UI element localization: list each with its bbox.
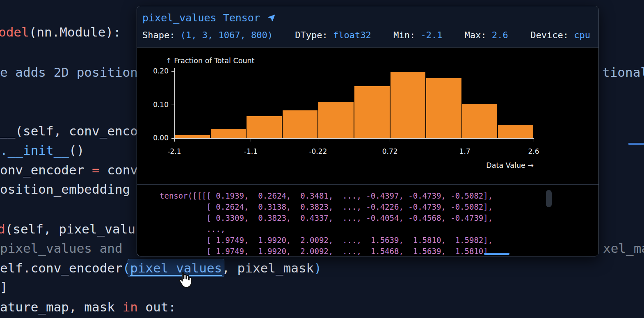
code-token: tional xyxy=(602,65,644,80)
x-tick-label: -0.22 xyxy=(299,147,336,156)
x-tick xyxy=(534,138,534,142)
code-token: conv xyxy=(100,162,138,177)
code-token: ature_map, mask xyxy=(0,300,123,314)
tensor-inspector-popup: pixel_values Tensor Shape: (1, 3, 1067, … xyxy=(137,6,599,256)
x-tick-label: 2.6 xyxy=(515,147,552,156)
code-token: pixel_values and xyxy=(0,241,123,256)
code-line-init-def: __(self, conv_enco xyxy=(0,124,138,138)
meta-max-label: Max: xyxy=(465,30,492,40)
x-tick xyxy=(251,138,251,142)
histogram-bar xyxy=(247,116,282,138)
code-line-comment: pixel_values and xyxy=(0,241,123,256)
code-token: () xyxy=(69,143,84,158)
y-tick xyxy=(171,71,174,72)
histogram-bar xyxy=(498,125,533,138)
histogram-bar xyxy=(391,72,426,138)
scrollbar-marker xyxy=(628,143,644,145)
code-token: .__init__ xyxy=(0,143,69,158)
tensor-output-line: ..., xyxy=(160,224,598,235)
histogram-bar xyxy=(426,78,461,138)
tensor-type-badge: Tensor xyxy=(223,12,260,24)
histogram-bar xyxy=(318,102,354,138)
code-line-position-embedding: osition_embedding xyxy=(0,182,130,197)
code-token: osition_embedding xyxy=(0,182,130,197)
histogram-bar xyxy=(283,110,318,138)
meta-dtype: DType: float32 xyxy=(295,30,371,40)
code-line-class-def: odel(nn.Module): xyxy=(0,25,121,39)
meta-dtype-label: DType: xyxy=(295,30,333,40)
code-line-docstring: e adds 2D position xyxy=(0,65,138,80)
x-axis-line xyxy=(174,138,534,139)
histogram-bar xyxy=(354,86,390,138)
x-tick-label: 1.7 xyxy=(446,147,483,156)
x-tick-label: -1.1 xyxy=(232,147,269,156)
y-tick-label: 0.10 xyxy=(145,101,169,109)
code-token: __(self, conv_enco xyxy=(0,124,138,138)
tensor-output-line: tensor([[[[ 0.1939, 0.2624, 0.3481, ...,… xyxy=(160,190,598,201)
tensor-output-line: [ 1.9749, 1.9920, 2.0092, ..., 1.5468, 1… xyxy=(160,246,598,256)
meta-shape-value: (1, 3, 1067, 800) xyxy=(180,30,273,40)
code-token: (nn.Module): xyxy=(29,25,121,39)
vertical-scrollbar-thumb[interactable] xyxy=(546,190,552,207)
histogram-bar xyxy=(462,104,498,138)
code-token: onv_encoder xyxy=(0,162,92,177)
code-token: ) xyxy=(314,261,322,275)
x-tick xyxy=(318,138,318,142)
meta-max: Max: 2.6 xyxy=(465,30,508,40)
tensor-output-line: [ 1.9749, 1.9920, 2.0092, ..., 1.5639, 1… xyxy=(160,235,598,246)
meta-min-value: -2.1 xyxy=(420,30,442,40)
code-line-forward-def: d(self, pixel_valu xyxy=(0,222,135,236)
mouse-pointer-hand-icon xyxy=(176,271,194,289)
code-line-conv-encoder-assign: onv_encoder = conv xyxy=(0,162,138,177)
code-token: elf.conv_encoder xyxy=(0,261,123,275)
tensor-name: pixel_values xyxy=(142,12,217,24)
code-token: out: xyxy=(138,300,176,314)
tensor-meta-row: Shape: (1, 3, 1067, 800)DType: float32Mi… xyxy=(142,30,592,40)
code-line-bracket: ] xyxy=(0,279,8,294)
code-token: ] xyxy=(0,279,8,294)
code-token: d xyxy=(0,222,5,236)
y-tick-label: 0.20 xyxy=(145,67,169,75)
open-in-panel-icon[interactable] xyxy=(267,14,276,22)
code-token: xel_ma xyxy=(603,241,644,256)
meta-device-value: cpu xyxy=(574,30,590,40)
x-tick xyxy=(390,138,390,142)
meta-max-value: 2.6 xyxy=(492,30,508,40)
x-tick xyxy=(465,138,465,142)
code-line-conv-encoder-call: elf.conv_encoder(pixel_values, pixel_mas… xyxy=(0,261,322,275)
x-tick-label: -2.1 xyxy=(156,147,193,156)
horizontal-scrollbar-thumb[interactable] xyxy=(484,253,509,255)
meta-shape-label: Shape: xyxy=(142,30,180,40)
histogram-plot-area: 0.000.100.20-2.1-1.1-0.220.721.72.6 xyxy=(174,68,534,138)
meta-min: Min: -2.1 xyxy=(393,30,442,40)
code-token: e adds 2D position xyxy=(0,65,138,80)
code-token: = xyxy=(92,162,100,177)
histogram-bar xyxy=(211,129,246,138)
code-token: odel xyxy=(0,25,29,39)
x-axis-title: Data Value → xyxy=(174,161,534,169)
code-token: (self, pixel_valu xyxy=(5,222,135,236)
y-axis-line xyxy=(174,68,175,138)
tensor-output-line: [ 0.2624, 0.3138, 0.3823, ..., -0.4226, … xyxy=(160,201,598,213)
x-tick xyxy=(174,138,175,142)
histogram-chart: ↑ Fraction of Total Count 0.000.100.20-2… xyxy=(137,48,598,184)
meta-shape: Shape: (1, 3, 1067, 800) xyxy=(142,30,273,40)
x-tick-label: 0.72 xyxy=(372,147,409,156)
popup-title-row: pixel_values Tensor xyxy=(142,12,592,24)
tensor-values-output: tensor([[[[ 0.1939, 0.2624, 0.3481, ...,… xyxy=(137,184,598,256)
y-tick xyxy=(171,105,174,105)
meta-dtype-value: float32 xyxy=(333,30,371,40)
y-axis-title: ↑ Fraction of Total Count xyxy=(166,57,254,65)
popup-header: pixel_values Tensor Shape: (1, 3, 1067, … xyxy=(137,6,598,48)
meta-device-label: Device: xyxy=(530,30,574,40)
code-line-super-init: .__init__() xyxy=(0,143,84,158)
code-line-for-loop: ature_map, mask in out: xyxy=(0,300,176,314)
code-fragment-right-1: tional xyxy=(602,65,644,80)
histogram-bar xyxy=(175,135,210,138)
tensor-output-line: [ 0.3309, 0.3823, 0.4337, ..., -0.4054, … xyxy=(160,213,598,224)
y-tick-label: 0.00 xyxy=(145,134,169,142)
code-token: , pixel_mask xyxy=(222,261,314,275)
meta-min-label: Min: xyxy=(393,30,420,40)
code-fragment-right-2: xel_ma xyxy=(603,241,644,256)
meta-device: Device: cpu xyxy=(530,30,590,40)
